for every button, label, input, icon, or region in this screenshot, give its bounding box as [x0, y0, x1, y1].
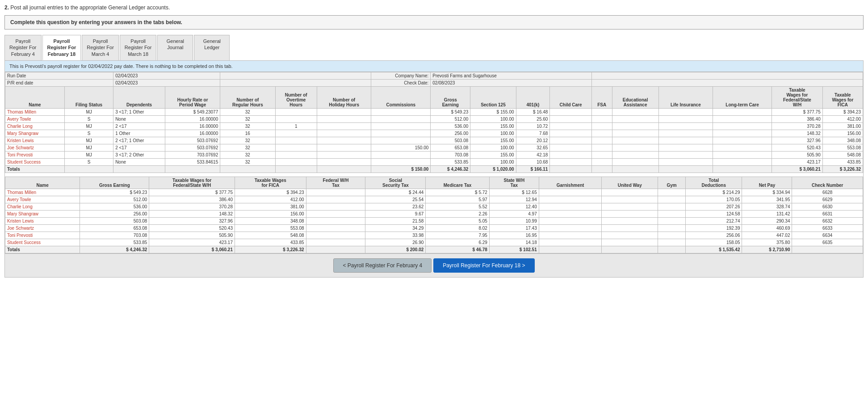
table-row: Thomas MillenMJ3 <17; 1 Other$ 549.23077…	[5, 108, 863, 115]
th-filing: Filing Status	[64, 86, 113, 108]
totals-cell: $ 3,226.32	[822, 165, 863, 173]
payroll-table: Run Date 02/04/2023 Company Name: Prevos…	[5, 72, 863, 173]
table-cell: 16.00000	[165, 115, 220, 122]
table-row: Student Success533.85423.17433.8526.906.…	[5, 239, 863, 246]
table-cell: $ 549.23	[431, 108, 470, 115]
totals-cell	[317, 165, 371, 173]
table-cell: 703.08	[431, 151, 470, 158]
tab-notice: This is Prevosti's payroll register for …	[5, 61, 863, 72]
tab-general-ledger[interactable]: General Ledger	[194, 35, 230, 60]
table-cell	[658, 203, 685, 210]
table-cell: 6629	[792, 196, 863, 203]
th-holiday-hours: Number ofHoliday Hours	[317, 86, 371, 108]
table-row: Kristen LewisMJ2 <17; 1 Other503.0769232…	[5, 137, 863, 144]
table-cell: 423.17	[772, 158, 823, 165]
table-cell	[550, 108, 591, 115]
table-cell	[550, 137, 591, 144]
table-cell: 533.84615	[165, 158, 220, 165]
table-cell: 150.00	[371, 144, 431, 151]
prev-button[interactable]: < Payroll Register For February 4	[333, 258, 432, 273]
table-cell	[612, 151, 658, 158]
table-cell	[612, 130, 658, 137]
table-cell	[550, 144, 591, 151]
tab-general-journal[interactable]: General Journal	[157, 35, 193, 60]
table-cell: 6632	[792, 217, 863, 224]
totals-cell	[658, 165, 713, 173]
table-cell: 6630	[792, 203, 863, 210]
table-cell: 32	[220, 122, 275, 130]
table-cell: 16.95	[489, 232, 539, 239]
table-cell: 131.42	[742, 210, 792, 217]
table-cell: 14.18	[489, 239, 539, 246]
table-cell	[658, 210, 685, 217]
table-cell	[591, 158, 612, 165]
table-cell: 503.08	[80, 217, 149, 224]
table-cell: 155.00	[470, 122, 516, 130]
table-cell: 32	[220, 115, 275, 122]
table-row: Charlie Long536.00370.28381.0023.625.521…	[5, 203, 863, 210]
next-button[interactable]: Payroll Register For February 18 >	[433, 258, 534, 273]
table-cell	[612, 122, 658, 130]
company-info-row: Run Date 02/04/2023 Company Name: Prevos…	[5, 72, 863, 79]
table-cell: S	[64, 115, 113, 122]
table-cell: 6.29	[426, 239, 490, 246]
table-cell	[317, 130, 371, 137]
table-cell	[658, 224, 685, 232]
table-row: Joe SchwartzMJ2 <17503.0769232150.00653.…	[5, 144, 863, 151]
table-cell	[713, 130, 772, 137]
empty2	[591, 72, 863, 79]
table-cell	[602, 196, 658, 203]
table-cell: 520.43	[772, 144, 823, 151]
table-cell	[317, 137, 371, 144]
th-b-checknum: Check Number	[792, 177, 863, 189]
tab-payroll-mar18[interactable]: Payroll Register For March 18	[120, 35, 157, 60]
table-cell: 3 <17; 1 Other	[113, 108, 165, 115]
payroll-table-wrapper: Run Date 02/04/2023 Company Name: Prevos…	[5, 72, 863, 253]
th-tax-fed: TaxableWages forFederal/StateW/H	[772, 86, 823, 108]
table-cell: 32	[220, 151, 275, 158]
table-row: Charlie LongMJ2 <1716.00000321536.00155.…	[5, 122, 863, 130]
totals-cell	[713, 165, 772, 173]
tab-payroll-feb4[interactable]: Payroll Register For February 4	[4, 35, 42, 60]
tab-payroll-feb18[interactable]: Payroll Register For February 18	[42, 35, 81, 60]
table-cell: 100.00	[470, 158, 516, 165]
tab-payroll-mar4[interactable]: Payroll Register For March 4	[82, 35, 119, 60]
table-cell: 503.07692	[165, 144, 220, 151]
table-cell: 328.74	[742, 203, 792, 210]
table-cell: 6635	[792, 239, 863, 246]
totals-cell-bottom: $ 200.02	[365, 246, 426, 253]
totals-cell	[113, 165, 165, 173]
table-cell	[306, 224, 365, 232]
th-tax-fica: TaxableWages forFICA	[822, 86, 863, 108]
table-cell	[275, 158, 317, 165]
table-cell: 33.98	[365, 232, 426, 239]
table-cell: 433.85	[235, 239, 306, 246]
table-cell: 9.67	[365, 210, 426, 217]
table-cell: 212.74	[686, 217, 742, 224]
table-cell	[371, 130, 431, 137]
table-cell: Student Success	[5, 239, 80, 246]
table-cell	[591, 144, 612, 151]
table-cell	[539, 210, 602, 217]
th-longterm: Long-term Care	[713, 86, 772, 108]
table-cell: 21.58	[365, 217, 426, 224]
table-cell: $ 549.23077	[165, 108, 220, 115]
table-cell	[602, 210, 658, 217]
table-cell: 327.96	[149, 217, 235, 224]
run-date-value: 02/04/2023	[113, 72, 220, 79]
table-cell	[602, 203, 658, 210]
totals-cell-bottom	[539, 246, 602, 253]
th-b-ss: SocialSecurity Tax	[365, 177, 426, 189]
table-cell: Avery Towle	[5, 196, 80, 203]
table-cell	[539, 196, 602, 203]
table-cell: $ 155.00	[470, 108, 516, 115]
table-cell	[612, 144, 658, 151]
table-cell: 505.90	[772, 151, 823, 158]
totals-cell-bottom: $ 46.78	[426, 246, 490, 253]
tab-content: This is Prevosti's payroll register for …	[4, 60, 864, 278]
table-row: Student SuccessSNone533.8461532533.85100…	[5, 158, 863, 165]
table-cell	[371, 158, 431, 165]
table-cell	[539, 217, 602, 224]
totals-cell	[165, 165, 220, 173]
table-cell	[602, 239, 658, 246]
